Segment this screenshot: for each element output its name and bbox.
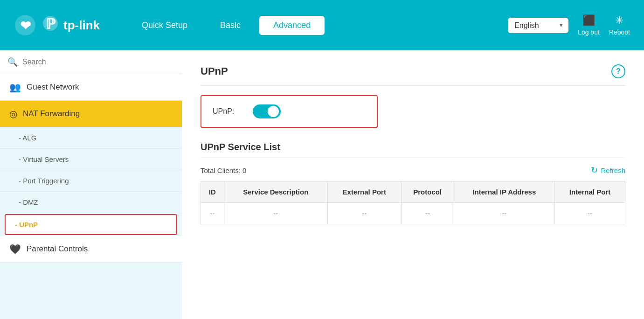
sidebar-item-guest-network-label: Guest Network	[27, 83, 79, 92]
language-select[interactable]: English Chinese Spanish French	[508, 18, 568, 33]
toggle-slider	[253, 104, 281, 118]
guest-network-icon: 👥	[9, 82, 21, 93]
header: ❤ ℙ tp-link Quick Setup Basic Advanced E…	[0, 0, 644, 50]
search-icon: 🔍	[7, 57, 18, 67]
upnp-sub-label: - UPnP	[15, 221, 38, 229]
sidebar-item-nat-forwarding[interactable]: ◎ NAT Forwarding	[0, 101, 182, 127]
tab-advanced[interactable]: Advanced	[259, 16, 325, 35]
cell-protocol: --	[401, 203, 454, 224]
refresh-icon: ↻	[591, 165, 598, 175]
reboot-button[interactable]: ✳ Reboot	[609, 14, 630, 36]
upnp-toggle-label: UPnP:	[213, 107, 234, 116]
sidebar: 🔍 👥 Guest Network ◎ NAT Forwarding - ALG…	[0, 50, 182, 319]
language-selector-wrapper: English Chinese Spanish French ▼	[508, 18, 568, 33]
content-area: UPnP ? UPnP: UPnP Service List Total Cli…	[182, 50, 644, 319]
sidebar-sub-item-virtual-servers[interactable]: - Virtual Servers	[0, 149, 182, 170]
logo-text: tp-link	[63, 18, 100, 33]
help-icon[interactable]: ?	[611, 64, 625, 78]
page-title: UPnP	[201, 65, 228, 77]
search-bar: 🔍	[0, 50, 182, 74]
tab-quick-setup[interactable]: Quick Setup	[128, 16, 201, 35]
upnp-service-table: ID Service Description External Port Pro…	[201, 181, 625, 224]
tab-basic[interactable]: Basic	[206, 16, 255, 35]
refresh-label: Refresh	[601, 166, 625, 174]
cell-external-port: --	[327, 203, 401, 224]
sidebar-sub-item-upnp[interactable]: - UPnP	[5, 214, 177, 235]
sidebar-item-nat-forwarding-label: NAT Forwarding	[23, 109, 80, 118]
nav-tabs: Quick Setup Basic Advanced	[128, 16, 508, 35]
virtual-servers-label: - Virtual Servers	[19, 155, 69, 163]
logo-area: ❤ ℙ tp-link	[14, 14, 100, 36]
col-id: ID	[201, 181, 224, 203]
sidebar-sub-item-alg[interactable]: - ALG	[0, 127, 182, 149]
sidebar-sub-item-port-triggering[interactable]: - Port Triggering	[0, 170, 182, 192]
col-service-description: Service Description	[224, 181, 327, 203]
reboot-label: Reboot	[609, 28, 630, 36]
logout-icon: ⬛	[582, 14, 595, 27]
table-header-row: ID Service Description External Port Pro…	[201, 181, 625, 203]
search-input[interactable]	[22, 58, 174, 66]
content-header: UPnP ?	[201, 64, 625, 86]
logout-label: Log out	[578, 28, 600, 36]
refresh-button[interactable]: ↻ Refresh	[591, 165, 625, 175]
logout-button[interactable]: ⬛ Log out	[578, 14, 600, 36]
dmz-label: - DMZ	[19, 198, 38, 206]
sidebar-item-parental-controls[interactable]: 🖤 Parental Controls	[0, 236, 182, 263]
col-internal-ip-address: Internal IP Address	[454, 181, 554, 203]
svg-text:ℙ: ℙ	[46, 16, 56, 32]
upnp-toggle[interactable]	[253, 104, 281, 118]
tp-link-p-logo: ℙ	[41, 14, 63, 36]
total-clients: Total Clients: 0	[201, 166, 246, 174]
sidebar-sub-item-dmz[interactable]: - DMZ	[0, 192, 182, 213]
port-triggering-label: - Port Triggering	[19, 177, 69, 185]
parental-controls-icon: 🖤	[9, 243, 21, 255]
sidebar-item-guest-network[interactable]: 👥 Guest Network	[0, 74, 182, 101]
col-internal-port: Internal Port	[555, 181, 625, 203]
main-layout: 🔍 👥 Guest Network ◎ NAT Forwarding - ALG…	[0, 50, 644, 319]
tplink-logo-icon: ❤	[14, 14, 36, 36]
col-protocol: Protocol	[401, 181, 454, 203]
cell-id: --	[201, 203, 224, 224]
col-external-port: External Port	[327, 181, 401, 203]
service-list-title: UPnP Service List	[201, 142, 625, 158]
service-list-header: Total Clients: 0 ↻ Refresh	[201, 165, 625, 175]
alg-label: - ALG	[19, 134, 36, 142]
svg-text:❤: ❤	[20, 19, 31, 33]
header-right: English Chinese Spanish French ▼ ⬛ Log o…	[508, 14, 630, 36]
sidebar-item-parental-controls-label: Parental Controls	[27, 244, 88, 254]
nat-forwarding-icon: ◎	[9, 108, 17, 119]
cell-service-description: --	[224, 203, 327, 224]
cell-internal-ip-address: --	[454, 203, 554, 224]
upnp-toggle-section: UPnP:	[201, 95, 378, 128]
service-list-section: UPnP Service List Total Clients: 0 ↻ Ref…	[201, 142, 625, 224]
cell-internal-port: --	[555, 203, 625, 224]
reboot-icon: ✳	[615, 14, 623, 27]
table-row: -- -- -- -- -- --	[201, 203, 625, 224]
